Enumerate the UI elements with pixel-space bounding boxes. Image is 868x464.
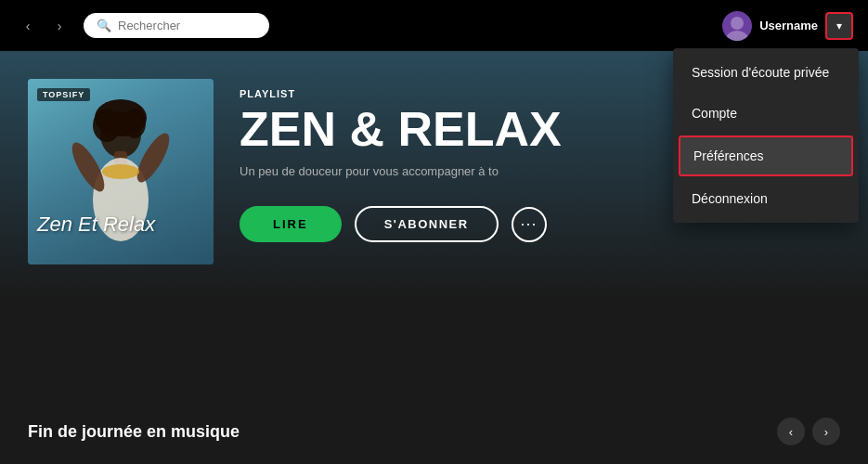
topbar-right: Username ▾: [722, 11, 853, 41]
person-silhouette: [56, 97, 186, 264]
play-button[interactable]: LIRE: [240, 206, 342, 242]
svg-point-10: [102, 164, 139, 179]
avatar: [722, 11, 752, 41]
svg-point-5: [123, 109, 146, 138]
user-name: Username: [759, 19, 818, 32]
forward-button[interactable]: ›: [46, 13, 72, 39]
dropdown-item-account[interactable]: Compte: [673, 93, 859, 134]
bottom-back-button[interactable]: ‹: [777, 418, 805, 445]
bottom-section: Fin de journée en musique ‹ ›: [28, 418, 840, 445]
playlist-description: Un peu de douceur pour vous accompagner …: [240, 164, 562, 178]
playlist-title: ZEN & RELAX: [240, 105, 562, 153]
playlist-info: PLAYLIST ZEN & RELAX Un peu de douceur p…: [240, 79, 562, 242]
svg-point-1: [726, 31, 748, 41]
search-input[interactable]: [118, 19, 257, 32]
search-icon: 🔍: [97, 19, 111, 32]
topbar: ‹ › 🔍 Username ▾: [0, 0, 868, 51]
bottom-forward-button[interactable]: ›: [812, 418, 840, 445]
svg-point-0: [731, 17, 744, 30]
action-buttons: LIRE S'ABONNER ···: [240, 206, 562, 242]
album-art: TOPSIFY Zen Et Relax: [28, 79, 214, 264]
back-button[interactable]: ‹: [15, 13, 41, 39]
dropdown-item-private-session[interactable]: Session d'écoute privée: [673, 52, 859, 93]
dropdown-toggle-button[interactable]: ▾: [825, 12, 853, 40]
album-art-text: Zen Et Relax: [37, 213, 204, 237]
chevron-down-icon: ▾: [836, 19, 842, 32]
svg-point-4: [93, 109, 121, 142]
dropdown-item-logout[interactable]: Déconnexion: [673, 178, 859, 219]
dropdown-menu: Session d'écoute privée Compte Préférenc…: [673, 48, 859, 223]
subscribe-button[interactable]: S'ABONNER: [355, 206, 499, 242]
playlist-type-label: PLAYLIST: [240, 88, 562, 99]
section-title: Fin de journée en musique: [28, 422, 240, 442]
nav-arrows: ‹ ›: [15, 13, 72, 39]
more-options-button[interactable]: ···: [512, 207, 547, 242]
bottom-nav-arrows: ‹ ›: [777, 418, 840, 445]
search-bar: 🔍: [84, 13, 269, 38]
topsify-badge: TOPSIFY: [37, 88, 90, 101]
dropdown-item-preferences[interactable]: Préférences: [679, 135, 853, 176]
